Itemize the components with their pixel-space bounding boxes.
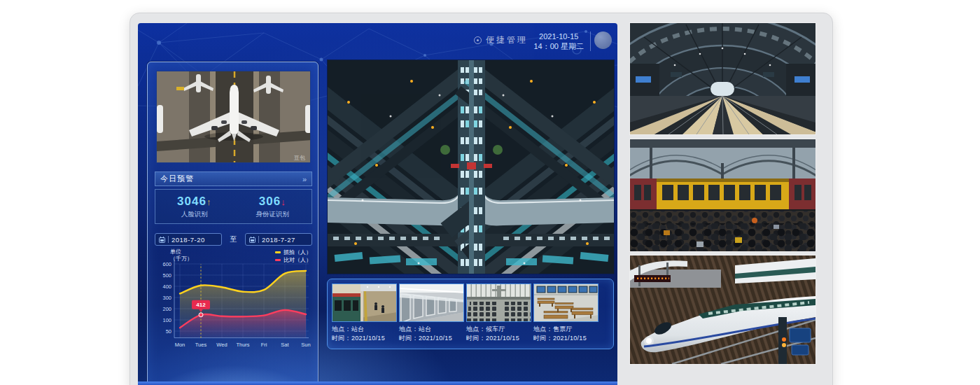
legend-compare[interactable]: 比对（人） (275, 256, 312, 264)
weekly-trend-chart[interactable]: 单位 （千万） 抓拍（人） 比对（人） (153, 247, 314, 368)
camera-item-3: 地点：候车厅 时间：2021/10/15 (466, 284, 531, 343)
svg-text:500: 500 (162, 272, 172, 279)
svg-text:400: 400 (162, 284, 172, 290)
svg-text:Fri: Fri (261, 342, 267, 348)
main-surveillance-feed[interactable] (327, 59, 615, 274)
camera-strip-panel: 地点：站台 时间：2021/10/15 (327, 279, 614, 349)
svg-text:200: 200 (162, 306, 172, 312)
legend-swatch-compare (275, 259, 281, 261)
camera-time: 时间：2021/10/15 (533, 334, 598, 343)
app-title: 便捷管理 (474, 34, 528, 46)
camera-thumb-platform-2[interactable] (399, 284, 464, 322)
header-divider (590, 31, 591, 51)
up-arrow-icon: ↑ (206, 197, 212, 207)
calendar-icon (159, 237, 165, 243)
camera-item-1: 地点：站台 时间：2021/10/15 (332, 284, 397, 343)
stat-label: 身份证识别 (256, 210, 290, 219)
date-range-row: 2018-7-20 至 2018-7-27 (155, 233, 312, 246)
left-stats-panel: 豆包 今日预警 » 3046↑ 人脸识别 306↓ (147, 62, 318, 385)
today-warning-stats: 3046↑ 人脸识别 306↓ 身份证识别 (155, 189, 312, 224)
down-arrow-icon: ↓ (281, 197, 286, 207)
chart-unit-label: 单位 （千万） (170, 248, 192, 262)
stat-label: 人脸识别 (181, 210, 208, 219)
user-avatar[interactable] (594, 31, 612, 49)
crowded-platform-photo (630, 139, 816, 251)
svg-text:Thurs: Thurs (236, 342, 249, 348)
dashboard-footer-bar (138, 382, 617, 385)
stat-id-recognition: 306↓ 身份证识别 (234, 190, 312, 223)
camera-label: 地点：候车厅 时间：2021/10/15 (466, 325, 531, 343)
camera-location: 地点：站台 (399, 325, 464, 334)
stat-value: 306↓ (259, 195, 286, 209)
station-hall-photo (630, 23, 816, 134)
chart-legend: 抓拍（人） 比对（人） (275, 248, 312, 264)
camera-label: 地点：站台 时间：2021/10/15 (332, 325, 397, 343)
camera-location: 地点：候车厅 (466, 325, 531, 334)
end-date-picker[interactable]: 2018-7-27 (245, 233, 312, 246)
more-chevron-icon[interactable]: » (302, 175, 307, 183)
svg-text:412: 412 (196, 302, 206, 308)
svg-text:Wed: Wed (216, 342, 227, 348)
camera-time: 时间：2021/10/15 (399, 334, 464, 343)
svg-text:Tues: Tues (195, 342, 207, 348)
camera-time: 时间：2021/10/15 (332, 334, 397, 343)
camera-location: 地点：站台 (332, 325, 397, 334)
end-date-value: 2018-7-27 (262, 236, 295, 244)
svg-text:Mon: Mon (175, 342, 186, 348)
header-time-weekday: 14：00 星期二 (533, 41, 584, 51)
pill-divider (168, 236, 169, 243)
svg-text:50: 50 (166, 328, 172, 335)
logo-icon (474, 36, 482, 44)
stat-value: 3046↑ (177, 195, 211, 209)
svg-text:Sun: Sun (301, 342, 310, 348)
stat-face-recognition: 3046↑ 人脸识别 (155, 190, 234, 223)
camera-time: 时间：2021/10/15 (466, 334, 531, 343)
airplane-tarmac-photo: 豆包 (156, 71, 311, 163)
header-datetime: 2021-10-15 14：00 星期二 (533, 31, 584, 51)
weekly-chart-svg[interactable]: 60050040030020010050MonTuesWedThursFriSa… (153, 247, 314, 368)
today-warning-title: 今日预警 (160, 174, 194, 184)
app-title-text: 便捷管理 (486, 34, 528, 46)
date-range-separator: 至 (230, 234, 237, 244)
screenshot-stage: 便捷管理 2021-10-15 14：00 星期二 (0, 0, 980, 385)
bullet-train-photo (630, 255, 816, 364)
pill-divider (258, 236, 259, 243)
start-date-picker[interactable]: 2018-7-20 (155, 233, 222, 246)
camera-location: 地点：售票厅 (533, 325, 598, 334)
camera-thumb-ticket-hall[interactable] (533, 284, 598, 322)
camera-label: 地点：站台 时间：2021/10/15 (399, 325, 464, 343)
camera-label: 地点：售票厅 时间：2021/10/15 (533, 325, 598, 343)
svg-text:300: 300 (162, 295, 172, 301)
camera-thumb-waiting-hall[interactable] (466, 284, 531, 322)
legend-capture[interactable]: 抓拍（人） (275, 248, 312, 256)
svg-text:Sat: Sat (281, 342, 289, 348)
photo-watermark: 豆包 (293, 155, 305, 161)
dashboard-panel: 便捷管理 2021-10-15 14：00 星期二 (138, 23, 617, 385)
camera-item-4: 地点：售票厅 时间：2021/10/15 (533, 284, 598, 343)
start-date-value: 2018-7-20 (172, 236, 205, 244)
today-warning-titlebar: 今日预警 » (155, 172, 312, 186)
header-date: 2021-10-15 (533, 31, 584, 41)
legend-swatch-capture (275, 251, 281, 253)
camera-item-2: 地点：站台 时间：2021/10/15 (399, 284, 464, 343)
camera-thumb-platform-1[interactable] (332, 284, 397, 322)
svg-text:100: 100 (162, 317, 172, 323)
calendar-icon (249, 237, 255, 243)
